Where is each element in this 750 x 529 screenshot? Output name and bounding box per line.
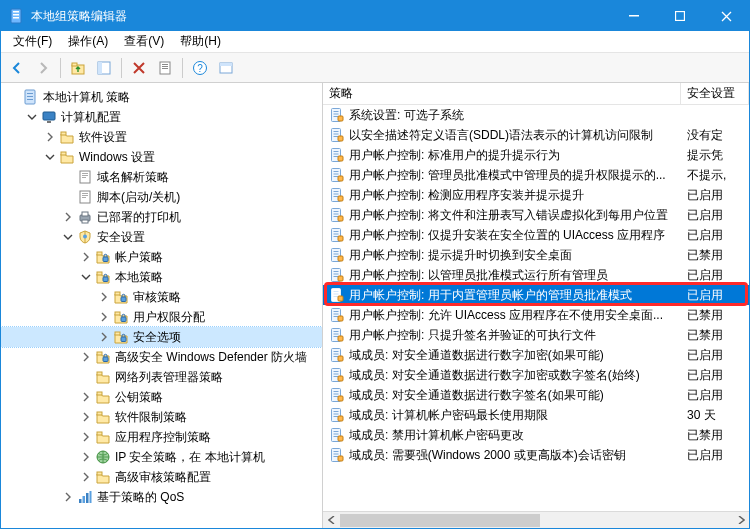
svg-rect-17 [220, 63, 232, 66]
policy-row[interactable]: 域成员: 计算机帐户密码最长使用期限30 天 [323, 405, 749, 425]
policy-row[interactable]: 系统设置: 可选子系统 [323, 105, 749, 125]
tree-node[interactable]: IP 安全策略，在 本地计算机 [1, 447, 322, 467]
scroll-track[interactable] [340, 512, 732, 529]
expand-icon[interactable] [79, 430, 93, 444]
tree-node[interactable]: 网络列表管理器策略 [1, 367, 322, 387]
list-body[interactable]: 系统设置: 可选子系统以安全描述符定义语言(SDDL)语法表示的计算机访问限制没… [323, 105, 749, 511]
tree-pane[interactable]: 本地计算机 策略计算机配置软件设置Windows 设置域名解析策略脚本(启动/关… [1, 83, 323, 528]
toolbar: ? [1, 53, 749, 83]
tree-node[interactable]: Windows 设置 [1, 147, 322, 167]
policy-row[interactable]: 用户帐户控制: 允许 UIAccess 应用程序在不使用安全桌面...已禁用 [323, 305, 749, 325]
policy-name: 用户帐户控制: 仅提升安装在安全位置的 UIAccess 应用程序 [349, 227, 687, 244]
tree-node[interactable]: 审核策略 [1, 287, 322, 307]
policy-value: 没有定 [687, 127, 749, 144]
svg-rect-91 [334, 231, 339, 232]
delete-button[interactable] [127, 56, 151, 80]
policy-name: 域成员: 禁用计算机帐户密码更改 [349, 427, 687, 444]
svg-rect-99 [338, 256, 343, 261]
tree-node[interactable]: 公钥策略 [1, 387, 322, 407]
policy-row[interactable]: 用户帐户控制: 将文件和注册表写入错误虚拟化到每用户位置已启用 [323, 205, 749, 225]
expand-icon[interactable] [97, 290, 111, 304]
policy-row[interactable]: 用户帐户控制: 管理员批准模式中管理员的提升权限提示的...不提示, [323, 165, 749, 185]
policy-value: 已启用 [687, 207, 749, 224]
expand-icon[interactable] [79, 390, 93, 404]
column-header-policy[interactable]: 策略 [323, 83, 681, 104]
scroll-left-arrow[interactable] [323, 512, 340, 529]
policy-row[interactable]: 域成员: 对安全通道数据进行数字加密或数字签名(始终)已启用 [323, 365, 749, 385]
back-button[interactable] [5, 56, 29, 80]
tree-node[interactable]: 高级审核策略配置 [1, 467, 322, 487]
maximize-button[interactable] [657, 1, 703, 31]
policy-row[interactable]: 用户帐户控制: 仅提升安装在安全位置的 UIAccess 应用程序已启用 [323, 225, 749, 245]
tree-node[interactable]: 本地策略 [1, 267, 322, 287]
policy-value: 已启用 [687, 367, 749, 384]
policy-row[interactable]: 域成员: 需要强(Windows 2000 或更高版本)会话密钥已启用 [323, 445, 749, 465]
expand-icon[interactable] [79, 410, 93, 424]
tree-node[interactable]: 域名解析策略 [1, 167, 322, 187]
policy-row[interactable]: 用户帐户控制: 以管理员批准模式运行所有管理员已启用 [323, 265, 749, 285]
tree-node[interactable]: 计算机配置 [1, 107, 322, 127]
lock-icon [113, 329, 129, 345]
scroll-right-arrow[interactable] [732, 512, 749, 529]
printer-icon [77, 209, 93, 225]
up-button[interactable] [66, 56, 90, 80]
horizontal-scrollbar[interactable] [323, 511, 749, 528]
properties-button[interactable] [153, 56, 177, 80]
column-header-setting[interactable]: 安全设置 [681, 83, 749, 104]
tree-node[interactable]: 高级安全 Windows Defender 防火墙 [1, 347, 322, 367]
policy-row[interactable]: 域成员: 对安全通道数据进行数字加密(如果可能)已启用 [323, 345, 749, 365]
tree-node[interactable]: 软件限制策略 [1, 407, 322, 427]
expand-icon[interactable] [79, 470, 93, 484]
tree-node[interactable]: 脚本(启动/关机) [1, 187, 322, 207]
folder-icon [59, 129, 75, 145]
scroll-thumb[interactable] [340, 514, 540, 527]
policy-row[interactable]: 域成员: 对安全通道数据进行数字签名(如果可能)已启用 [323, 385, 749, 405]
policy-icon [329, 367, 345, 383]
menu-file[interactable]: 文件(F) [5, 31, 60, 52]
help-button[interactable]: ? [188, 56, 212, 80]
tree-node[interactable]: 基于策略的 QoS [1, 487, 322, 507]
policy-row[interactable]: 以安全描述符定义语言(SDDL)语法表示的计算机访问限制没有定 [323, 125, 749, 145]
expand-icon[interactable] [61, 490, 75, 504]
expand-icon[interactable] [43, 130, 57, 144]
policy-row[interactable]: 域成员: 禁用计算机帐户密码更改已禁用 [323, 425, 749, 445]
policy-row[interactable]: 用户帐户控制: 提示提升时切换到安全桌面已禁用 [323, 245, 749, 265]
policy-row[interactable]: 用户帐户控制: 用于内置管理员帐户的管理员批准模式已启用 [323, 285, 749, 305]
svg-rect-114 [338, 316, 343, 321]
tree-node[interactable]: 本地计算机 策略 [1, 87, 322, 107]
policy-row[interactable]: 用户帐户控制: 标准用户的提升提示行为提示凭 [323, 145, 749, 165]
minimize-button[interactable] [611, 1, 657, 31]
tree-node[interactable]: 帐户策略 [1, 247, 322, 267]
collapse-icon[interactable] [43, 150, 57, 164]
collapse-icon[interactable] [25, 110, 39, 124]
expand-spacer [61, 190, 75, 204]
expand-icon[interactable] [97, 310, 111, 324]
policy-row[interactable]: 用户帐户控制: 只提升签名并验证的可执行文件已禁用 [323, 325, 749, 345]
expand-icon[interactable] [61, 210, 75, 224]
expand-icon[interactable] [79, 450, 93, 464]
collapse-icon[interactable] [79, 270, 93, 284]
tree-node[interactable]: 用户权限分配 [1, 307, 322, 327]
collapse-icon[interactable] [61, 230, 75, 244]
tree-node[interactable]: 安全设置 [1, 227, 322, 247]
expand-icon[interactable] [97, 330, 111, 344]
toolbar-separator [121, 58, 122, 78]
tree-node[interactable]: 已部署的打印机 [1, 207, 322, 227]
policy-row[interactable]: 用户帐户控制: 检测应用程序安装并提示提升已启用 [323, 185, 749, 205]
tree-node-label: 应用程序控制策略 [115, 429, 211, 446]
svg-rect-112 [334, 314, 339, 315]
expand-icon[interactable] [79, 350, 93, 364]
tree-node[interactable]: 应用程序控制策略 [1, 427, 322, 447]
menu-action[interactable]: 操作(A) [60, 31, 116, 52]
tree-node[interactable]: 安全选项 [1, 327, 322, 347]
menu-help[interactable]: 帮助(H) [172, 31, 229, 52]
menu-view[interactable]: 查看(V) [116, 31, 172, 52]
close-button[interactable] [703, 1, 749, 31]
expand-icon[interactable] [79, 250, 93, 264]
forward-button[interactable] [31, 56, 55, 80]
svg-rect-74 [338, 156, 343, 161]
tree-node[interactable]: 软件设置 [1, 127, 322, 147]
extra-button[interactable] [214, 56, 238, 80]
show-hide-tree-button[interactable] [92, 56, 116, 80]
svg-rect-11 [162, 64, 168, 65]
